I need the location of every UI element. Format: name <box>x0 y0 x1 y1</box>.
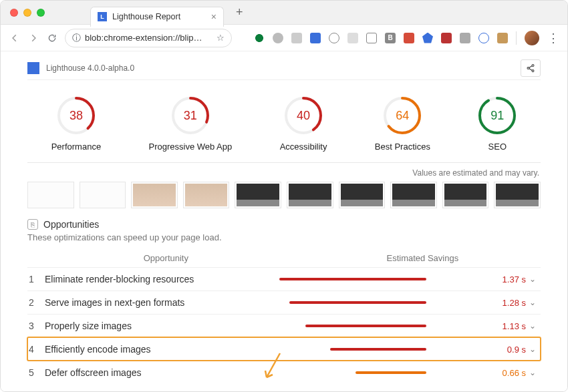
filmstrip-frame[interactable] <box>235 182 281 208</box>
gauge-score: 31 <box>171 96 210 135</box>
savings-bar <box>289 301 427 304</box>
filmstrip-frame[interactable] <box>80 182 126 208</box>
tab-title: Lighthouse Report <box>112 12 206 21</box>
chevron-down-icon[interactable]: ⌄ <box>526 368 539 377</box>
window-controls <box>10 9 45 17</box>
extension-icon[interactable] <box>291 33 302 43</box>
profile-avatar[interactable] <box>525 31 539 45</box>
extension-icon[interactable] <box>497 33 508 43</box>
extension-icon[interactable] <box>478 33 489 43</box>
opportunity-row[interactable]: 1 Eliminate render-blocking resources 1.… <box>27 267 541 290</box>
gauge-score: 40 <box>284 96 323 135</box>
extension-icon[interactable] <box>310 33 321 43</box>
extension-icon[interactable]: B <box>385 33 396 43</box>
opportunities-subtitle: These optimizations can speed up your pa… <box>27 232 541 242</box>
version-label: Lighthouse 4.0.0-alpha.0 <box>46 63 134 73</box>
estimate-note: Values are estimated and may vary. <box>29 168 539 178</box>
filmstrip-frame[interactable] <box>339 182 386 208</box>
savings-bar <box>330 348 427 351</box>
opportunity-name: Serve images in next-gen formats <box>45 297 279 308</box>
savings-value: 0.66 s <box>486 368 526 378</box>
gauge-ring: 38 <box>57 96 96 135</box>
gauge-ring: 91 <box>478 96 517 135</box>
savings-bar <box>279 278 426 280</box>
site-info-icon[interactable]: ⓘ <box>72 32 81 44</box>
url-text: blob:chrome-extension://blip… <box>85 33 212 43</box>
opportunity-name: Efficiently encode images <box>45 344 279 355</box>
savings-bar-wrap <box>279 325 486 327</box>
extension-icon[interactable] <box>460 33 470 43</box>
browser-tab[interactable]: L Lighthouse Report × <box>90 7 224 27</box>
filmstrip-frame[interactable] <box>390 182 437 208</box>
chevron-down-icon[interactable]: ⌄ <box>526 321 539 331</box>
score-gauge[interactable]: 40 Accessibility <box>280 96 327 152</box>
opportunity-row[interactable]: 5 Defer offscreen images 0.66 s ⌄ <box>27 361 541 384</box>
filmstrip-frame[interactable] <box>442 182 489 208</box>
score-gauge[interactable]: 38 Performance <box>51 96 101 152</box>
filmstrip-frame[interactable] <box>287 182 333 208</box>
gauge-label: Best Practices <box>375 142 430 152</box>
opportunity-row[interactable]: 4 Efficiently encode images 0.9 s ⌄ <box>27 337 541 361</box>
filmstrip-thumbnails <box>27 182 541 208</box>
titlebar: L Lighthouse Report × + <box>1 1 567 25</box>
opportunities-header-row: Opportunity Estimated Savings <box>27 249 541 267</box>
opportunity-name: Eliminate render-blocking resources <box>45 274 279 284</box>
filmstrip-frame[interactable] <box>131 182 178 208</box>
score-gauge[interactable]: 31 Progressive Web App <box>148 96 232 152</box>
report-header: Lighthouse 4.0.0-alpha.0 <box>27 57 541 80</box>
gauge-score: 91 <box>478 96 517 135</box>
gauge-ring: 40 <box>284 96 323 135</box>
filmstrip-frame[interactable] <box>27 182 74 208</box>
new-tab-button[interactable]: + <box>236 5 243 19</box>
extension-icon[interactable] <box>329 33 339 43</box>
address-bar[interactable]: ⓘ blob:chrome-extension://blip… ☆ <box>65 29 232 47</box>
chevron-down-icon[interactable]: ⌄ <box>526 274 539 284</box>
savings-bar-wrap <box>279 301 486 304</box>
extension-strip: B ⋮ <box>239 31 559 45</box>
opportunity-row[interactable]: 2 Serve images in next-gen formats 1.28 … <box>27 290 541 314</box>
zoom-window-button[interactable] <box>37 9 45 17</box>
minimize-window-button[interactable] <box>23 9 31 17</box>
row-index: 1 <box>29 274 45 284</box>
extension-icon[interactable] <box>254 33 265 43</box>
col-savings: Estimated Savings <box>305 253 541 263</box>
row-index: 2 <box>29 297 45 308</box>
back-button[interactable] <box>9 32 21 44</box>
filmstrip-frame[interactable] <box>494 182 541 208</box>
savings-bar <box>356 371 426 374</box>
close-tab-icon[interactable]: × <box>211 11 217 22</box>
opportunity-row[interactable]: 3 Properly size images 1.13 s ⌄ <box>27 314 541 337</box>
gauge-ring: 64 <box>383 96 422 135</box>
opportunity-name: Defer offscreen images <box>45 367 279 378</box>
extension-icon[interactable] <box>422 33 433 43</box>
chevron-down-icon[interactable]: ⌄ <box>526 345 539 354</box>
chevron-down-icon[interactable]: ⌄ <box>526 298 539 307</box>
row-index: 5 <box>29 367 45 378</box>
score-gauge[interactable]: 91 SEO <box>478 96 517 152</box>
extension-icon[interactable] <box>366 33 377 43</box>
extension-icon[interactable] <box>404 33 414 43</box>
gauge-score: 64 <box>383 96 422 135</box>
extension-icon[interactable] <box>441 33 452 43</box>
share-button[interactable] <box>521 59 541 77</box>
reload-button[interactable] <box>46 32 58 44</box>
forward-button[interactable] <box>27 32 39 44</box>
score-gauge[interactable]: 64 Best Practices <box>375 96 430 152</box>
close-window-button[interactable] <box>10 9 18 17</box>
opportunities-icon: ⎘ <box>27 219 38 230</box>
savings-bar-wrap <box>279 278 486 280</box>
savings-value: 1.13 s <box>486 321 526 331</box>
gauge-ring: 31 <box>171 96 210 135</box>
chrome-menu-icon[interactable]: ⋮ <box>547 31 559 45</box>
filmstrip-frame[interactable] <box>183 182 230 208</box>
opportunities-list: 1 Eliminate render-blocking resources 1.… <box>27 267 541 384</box>
extension-icon[interactable] <box>273 33 283 43</box>
bookmark-star-icon[interactable]: ☆ <box>217 33 225 43</box>
toolbar: ⓘ blob:chrome-extension://blip… ☆ B ⋮ <box>1 25 567 51</box>
divider <box>27 162 541 163</box>
savings-bar <box>305 325 426 327</box>
gauge-label: Accessibility <box>280 142 327 152</box>
col-opportunity: Opportunity <box>27 253 305 263</box>
extension-icon[interactable] <box>347 33 358 43</box>
gauge-label: SEO <box>488 142 507 152</box>
